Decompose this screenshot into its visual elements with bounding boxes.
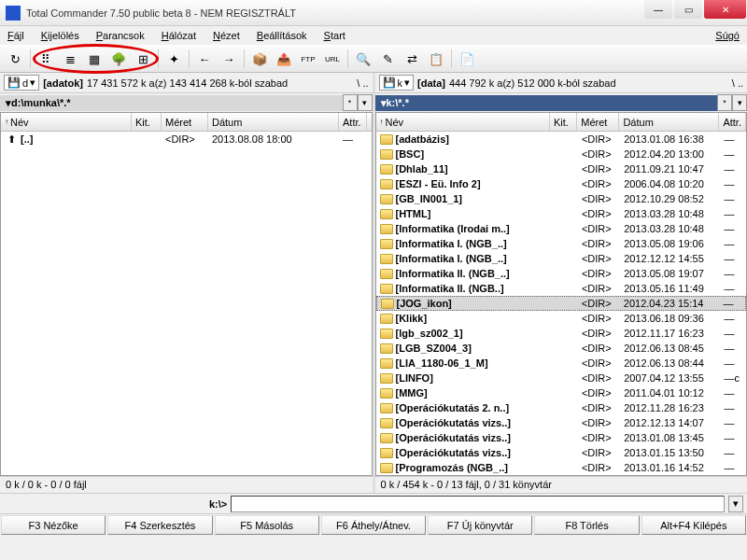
free-space-left: 17 431 572 k a(z) 143 414 268 k-ból szab… [87, 77, 288, 89]
file-row[interactable]: [Klikk]<DIR>2013.06.18 09:36— [376, 311, 747, 326]
view-custom-icon[interactable]: ⊞ [132, 48, 154, 70]
menu-start[interactable]: Start [320, 28, 349, 43]
cmd-history[interactable]: ▾ [728, 496, 743, 512]
invert-icon[interactable]: ✦ [162, 48, 185, 70]
left-file-list[interactable]: ⬆[..]<DIR>2013.08.08 18:00— [1, 132, 372, 475]
file-row[interactable]: [Operációkutatás 2. n..]<DIR>2012.11.28 … [376, 400, 747, 415]
file-row[interactable]: [ESZI - Eü. Info 2]<DIR>2006.04.08 10:20… [376, 176, 747, 191]
col-attr[interactable]: Attr. [719, 113, 746, 131]
folder-icon [381, 299, 394, 309]
pack-icon[interactable]: 📦 [248, 48, 271, 70]
folder-icon [380, 149, 393, 160]
folder-icon [380, 463, 393, 473]
file-row[interactable]: [adatbázis]<DIR>2013.01.08 16:38— [376, 132, 747, 147]
view-tree-icon[interactable]: 🌳 [107, 48, 130, 70]
f5-copy[interactable]: F5 Másolás [215, 515, 319, 535]
status-right: 0 k / 454 k - 0 / 13 fájl, 0 / 31 könyvt… [375, 477, 748, 493]
unpack-icon[interactable]: 📤 [273, 48, 295, 70]
sync-icon[interactable]: ⇄ [401, 48, 423, 70]
file-row[interactable]: [Informatika (Irodai m..]<DIR>2013.03.28… [376, 221, 747, 236]
menu-fájl[interactable]: Fájl [4, 28, 28, 43]
file-row[interactable]: [GB_IN001_1]<DIR>2012.10.29 08:52— [376, 191, 747, 206]
cmd-input[interactable] [231, 496, 725, 512]
menu-beállítások[interactable]: Beállítások [253, 28, 311, 43]
drive-select-left[interactable]: 💾 d ▾ [4, 75, 39, 91]
folder-icon [380, 269, 393, 279]
col-size[interactable]: Méret [577, 113, 619, 131]
file-row[interactable]: [JOG_ikon]<DIR>2012.04.23 15:14— [376, 296, 747, 311]
file-row[interactable]: [Operációkutatás vizs..]<DIR>2013.01.15 … [376, 445, 747, 460]
col-name[interactable]: ↑Név [376, 113, 550, 131]
menubar: FájlKijelölésParancsokHálózatNézetBeállí… [0, 26, 747, 45]
minimize-button[interactable]: — [644, 0, 672, 19]
path-right[interactable]: ▾k:\*.* [375, 95, 718, 111]
nav-left[interactable]: \ .. [357, 77, 368, 89]
right-file-list[interactable]: [adatbázis]<DIR>2013.01.08 16:38—[BSC]<D… [376, 132, 747, 475]
forward-icon[interactable]: → [218, 48, 240, 70]
pathbar: ▾d:\munka\*.* * ▾ ▾k:\*.* * ▾ [0, 93, 747, 112]
refresh-icon[interactable]: ↻ [4, 48, 26, 70]
drive-select-right[interactable]: 💾 k ▾ [379, 75, 415, 91]
file-row[interactable]: [Operációkutatás vizs..]<DIR>2012.12.13 … [376, 415, 747, 430]
right-columns: ↑Név Kit. Méret Dátum Attr. [376, 113, 747, 132]
nav-right[interactable]: \ .. [732, 77, 743, 89]
file-row[interactable]: [LIA_1180-06_1_M]<DIR>2012.06.13 08:44— [376, 356, 747, 371]
url-icon[interactable]: URL [321, 48, 344, 70]
f4-edit[interactable]: F4 Szerkesztés [107, 515, 212, 535]
notepad-icon[interactable]: 📄 [456, 48, 478, 70]
file-row[interactable]: [Programozás (NGB_..]<DIR>2013.01.16 14:… [376, 460, 747, 475]
col-ext[interactable]: Kit. [550, 113, 577, 131]
close-button[interactable]: ✕ [704, 0, 746, 19]
favorites-right[interactable]: ▾ [732, 94, 747, 111]
view-brief-icon[interactable]: ⠿ [35, 48, 57, 70]
folder-icon [380, 329, 393, 339]
file-row[interactable]: [MMG]<DIR>2011.04.01 10:12— [376, 385, 747, 400]
col-ext[interactable]: Kit. [132, 113, 162, 131]
history-left[interactable]: * [343, 94, 358, 111]
col-date[interactable]: Dátum [208, 113, 339, 131]
f3-view[interactable]: F3 Nézőke [1, 515, 106, 535]
folder-icon [380, 448, 393, 458]
f8-delete[interactable]: F8 Törlés [534, 515, 639, 535]
path-left[interactable]: ▾d:\munka\*.* [0, 95, 343, 111]
menu-kijelölés[interactable]: Kijelölés [37, 28, 83, 43]
maximize-button[interactable]: ▭ [674, 0, 702, 19]
multirename-icon[interactable]: ✎ [376, 48, 399, 70]
function-keys: F3 Nézőke F4 Szerkesztés F5 Másolás F6 Á… [0, 513, 747, 536]
altf4-exit[interactable]: Alt+F4 Kilépés [641, 515, 746, 535]
back-icon[interactable]: ← [193, 48, 216, 70]
col-size[interactable]: Méret [162, 113, 208, 131]
file-row[interactable]: [HTML]<DIR>2013.03.28 10:48— [376, 206, 747, 221]
col-attr[interactable]: Attr. [339, 113, 367, 131]
view-thumbs-icon[interactable]: ▦ [83, 48, 106, 70]
file-row[interactable]: [LGB_SZ004_3]<DIR>2012.06.13 08:45— [376, 341, 747, 356]
file-row[interactable]: [BSC]<DIR>2012.04.20 13:00— [376, 147, 747, 161]
col-name[interactable]: ↑Név [1, 113, 132, 131]
copy-names-icon[interactable]: 📋 [425, 48, 447, 70]
app-icon [6, 6, 21, 21]
f6-move[interactable]: F6 Áthely/Átnev. [321, 515, 426, 535]
view-full-icon[interactable]: ≣ [59, 48, 81, 70]
menu-help[interactable]: Súgó [712, 28, 743, 43]
drivebar: 💾 d ▾ [adatok] 17 431 572 k a(z) 143 414… [0, 73, 747, 93]
file-row[interactable]: [Informatika I. (NGB_..]<DIR>2013.05.08 … [376, 236, 747, 251]
file-row[interactable]: [Informatika II. (NGB_..]<DIR>2013.05.08… [376, 266, 747, 281]
f7-mkdir[interactable]: F7 Új könyvtár [428, 515, 532, 535]
menu-nézet[interactable]: Nézet [209, 28, 244, 43]
favorites-left[interactable]: ▾ [358, 94, 373, 111]
file-row[interactable]: [Informatika II. (NGB..]<DIR>2013.05.16 … [376, 281, 747, 296]
menu-hálózat[interactable]: Hálózat [158, 28, 200, 43]
ftp-icon[interactable]: FTP [297, 48, 319, 70]
menu-parancsok[interactable]: Parancsok [92, 28, 148, 43]
file-row[interactable]: [lgb_sz002_1]<DIR>2012.11.17 16:23— [376, 326, 747, 341]
file-row[interactable]: [Dhlab_11]<DIR>2011.09.21 10:47— [376, 161, 747, 176]
folder-icon [380, 254, 393, 264]
history-right[interactable]: * [717, 94, 732, 111]
file-row[interactable]: [Operációkutatás vizs..]<DIR>2013.01.08 … [376, 430, 747, 445]
file-row[interactable]: ⬆[..]<DIR>2013.08.08 18:00— [1, 132, 372, 147]
search-icon[interactable]: 🔍 [352, 48, 374, 70]
file-row[interactable]: [LINFO]<DIR>2007.04.12 13:55—c [376, 371, 747, 385]
file-row[interactable]: [Informatika I. (NGB_..]<DIR>2012.12.12 … [376, 251, 747, 266]
folder-icon [380, 373, 393, 384]
col-date[interactable]: Dátum [619, 113, 719, 131]
